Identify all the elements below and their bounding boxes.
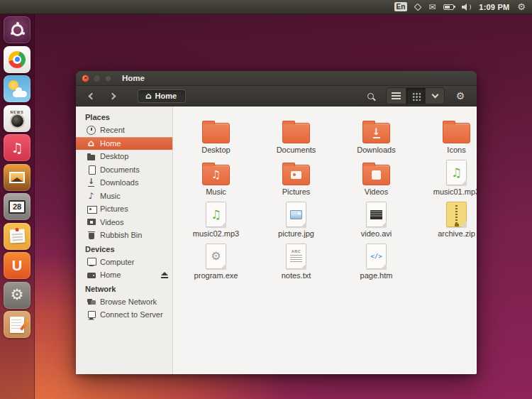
gear-icon: ⚙ [456,91,465,101]
folder-videos-icon [362,165,390,185]
computer-icon [87,257,96,266]
html-file-icon: </> [366,244,387,269]
back-button[interactable] [82,88,99,104]
sidebar-item-rubbish-bin[interactable]: Rubbish Bin [76,229,172,242]
grid-view-button[interactable] [406,88,425,104]
folder-icon [282,123,310,143]
launcher-notes[interactable] [4,223,31,250]
file-item-music[interactable]: ♫Music [176,160,256,202]
sidebar-item-pictures[interactable]: Pictures [76,202,172,216]
sidebar-section-places: Places [76,110,172,124]
sidebar-item-downloads[interactable]: ↓Downloads [76,176,172,190]
window-toolbar: ⌂ Home ⚙ [76,86,477,106]
launcher-music[interactable]: ♫ [4,134,31,161]
server-icon [87,310,96,319]
sticky-note-icon [9,229,25,243]
session-gear-icon[interactable]: ⚙ [517,2,526,11]
sidebar-item-connect-to-server[interactable]: Connect to Server [76,308,172,322]
sidebar-item-browse-network[interactable]: Browse Network [76,295,172,309]
launcher-photos[interactable] [4,164,31,191]
close-button[interactable]: × [82,75,89,82]
eject-icon[interactable] [160,272,168,278]
chevron-right-icon [109,92,116,99]
launcher-system-settings[interactable]: ⚙ [4,282,31,309]
file-item-music02[interactable]: ♫music02.mp3 [176,202,256,244]
file-item-program-exe[interactable]: ⚙program.exe [176,244,256,285]
sidebar-item-desktop[interactable]: Desktop [76,150,172,163]
volume-icon[interactable] [462,3,471,11]
text-editor-icon [10,317,24,333]
executable-file-icon: ⚙ [206,244,226,269]
places-sidebar: Places Recent ⌂Home Desktop Documents ↓D… [76,106,173,374]
battery-icon[interactable] [443,4,454,10]
file-item-picture-jpg[interactable]: picture.jpg [256,202,336,244]
download-icon: ↓ [87,178,96,187]
sidebar-section-devices: Devices [76,242,172,256]
sidebar-item-recent[interactable]: Recent [76,124,172,137]
text-file-icon: ABC [286,244,306,269]
launcher-calendar[interactable]: 28 [4,193,31,220]
view-options-button[interactable] [425,88,444,104]
trash-icon [87,231,96,240]
file-item-notes-txt[interactable]: ABCnotes.txt [256,244,336,285]
clock-icon [87,126,96,135]
location-breadcrumb[interactable]: ⌂ Home [138,89,186,103]
launcher-chrome[interactable] [4,46,31,73]
music-note-icon: ♪ [87,191,96,200]
sidebar-item-documents[interactable]: Documents [76,163,172,177]
file-item-pictures[interactable]: Pictures [256,160,336,202]
news-label: NEWS [11,110,24,114]
sidebar-item-home[interactable]: ⌂Home [76,137,172,151]
top-panel: En ✉ 1:09 PM ⚙ [0,0,532,14]
video-icon [87,217,96,226]
cloud-icon [13,91,27,97]
music-note-icon: ♫ [11,141,23,155]
search-button[interactable] [360,88,380,104]
grid-view-icon [411,92,421,101]
folder-icon [202,123,230,143]
sidebar-item-home-device[interactable]: Home [76,268,172,282]
file-item-video-avi[interactable]: video.avi [336,202,416,244]
file-item-desktop[interactable]: Desktop [176,118,256,160]
launcher-ubuntu-one[interactable]: U [4,252,31,279]
window-titlebar[interactable]: × Home [76,71,477,86]
document-icon [87,165,96,174]
gear-icon: ⚙ [11,288,24,302]
file-item-archive-zip[interactable]: archive.zip [416,202,477,244]
sidebar-section-network: Network [76,282,172,295]
file-item-videos[interactable]: Videos [336,160,416,202]
launcher-text-editor[interactable] [4,311,31,338]
clock[interactable]: 1:09 PM [479,3,509,11]
list-view-button[interactable] [387,88,406,104]
network-icon [87,297,96,306]
chrome-icon [9,51,26,68]
minimize-button[interactable] [93,75,101,82]
location-label: Home [155,92,177,100]
network-indicator-icon[interactable] [414,3,422,11]
keyboard-indicator[interactable]: En [394,2,408,11]
launcher-news[interactable]: NEWS [4,105,31,132]
video-file-icon [366,202,387,227]
window-menu-button[interactable]: ⚙ [450,88,470,104]
archive-file-icon [446,202,467,227]
view-switcher [386,87,445,104]
launcher-ubuntu-dash[interactable] [4,16,31,43]
sidebar-item-computer[interactable]: Computer [76,256,172,269]
maximize-button[interactable] [104,75,112,82]
folder-icon [443,123,470,143]
file-item-page-htm[interactable]: </>page.htm [336,244,416,285]
sidebar-item-music[interactable]: ♪Music [76,190,172,203]
file-item-downloads[interactable]: ↓Downloads [336,118,416,160]
desktop: En ✉ 1:09 PM ⚙ NEWS ♫ 28 U ⚙ × Home [0,0,532,399]
forward-button[interactable] [105,88,122,104]
file-item-music01[interactable]: ♫music01.mp3 [416,160,477,202]
sidebar-item-videos[interactable]: Videos [76,216,172,229]
launcher-weather[interactable] [4,75,31,102]
file-item-icons[interactable]: Icons [416,118,477,160]
window-title: Home [122,74,145,82]
ubuntu-logo-icon [11,24,23,36]
home-icon: ⌂ [145,92,152,100]
file-item-documents[interactable]: Documents [256,118,336,160]
messages-icon[interactable]: ✉ [428,3,436,11]
file-view: Desktop Documents ↓Downloads Icons ♫Musi… [173,106,477,374]
